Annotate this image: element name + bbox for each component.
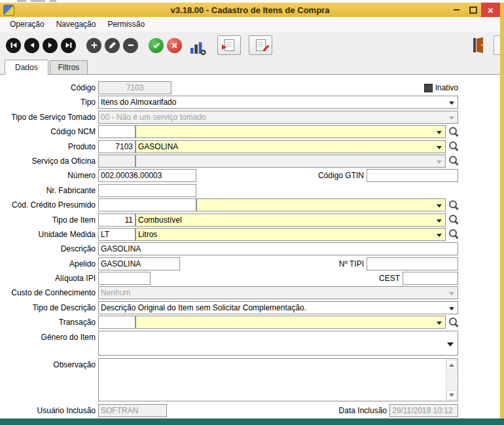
unidade-medida-combobox[interactable]: Litros: [135, 228, 446, 241]
codigo-ncm-combobox[interactable]: [135, 125, 446, 138]
observacao-label: Observação: [0, 358, 98, 369]
first-record-icon: [9, 41, 18, 50]
tipo-de-item-search-icon[interactable]: [448, 214, 459, 225]
last-record-button[interactable]: [61, 38, 76, 53]
tipo-descricao-combobox[interactable]: Descrição Original do Item sem Solicitar…: [98, 301, 458, 314]
codigo-gtin-label: Código GTIN: [318, 171, 367, 180]
row-aliquota-ipi: Alíquota IPI CEST: [0, 272, 458, 285]
menu-navegacao[interactable]: Navegação: [50, 18, 102, 30]
produto-combobox[interactable]: GASOLINA: [135, 140, 446, 153]
numero-input[interactable]: [98, 169, 196, 182]
cod-credito-presumido-code-input[interactable]: [98, 198, 196, 212]
observacao-textarea[interactable]: [98, 358, 458, 401]
scroll-down-icon[interactable]: [446, 390, 457, 400]
cest-input[interactable]: [403, 272, 458, 285]
row-tipo-de-item: Tipo de Item Combustível: [0, 213, 458, 227]
bar-chart-gear-icon: [190, 41, 207, 56]
tipo-de-item-code-input[interactable]: [98, 213, 135, 227]
row-nr-fabricante: Nr. Fabricante: [0, 184, 458, 197]
cest-label: CEST: [379, 274, 403, 283]
cod-credito-presumido-label: Cód. Crédito Presumido: [0, 200, 98, 210]
unidade-medida-code-input[interactable]: [98, 228, 135, 241]
tipo-combobox[interactable]: Itens do Almoxarifado: [98, 96, 458, 109]
produto-search-icon[interactable]: [448, 141, 459, 152]
menu-bar: Operação Navegação Permissão: [0, 17, 500, 31]
aliquota-ipi-input[interactable]: [98, 272, 151, 285]
cod-credito-presumido-search-icon[interactable]: [448, 200, 459, 211]
numero-label: Número: [0, 171, 98, 180]
insert-button[interactable]: [86, 38, 101, 53]
servico-oficina-search-icon[interactable]: [448, 155, 459, 166]
n-tipi-input[interactable]: [367, 257, 458, 270]
minus-icon: [126, 41, 135, 50]
servico-oficina-label: Serviço da Oficina: [0, 157, 98, 166]
row-descricao: Descrição: [0, 242, 458, 255]
close-button[interactable]: ×: [481, 3, 500, 17]
custo-conhecimento-label: Custo de Conhecimento: [0, 288, 98, 297]
genero-item-combobox[interactable]: [98, 331, 458, 356]
delete-button[interactable]: [123, 38, 138, 53]
data-inclusao-label: Data Inclusão: [339, 406, 389, 415]
nr-fabricante-label: Nr. Fabricante: [0, 186, 98, 195]
codigo-ncm-code-input[interactable]: [98, 125, 135, 138]
usuario-inclusao-label: Usuário Inclusão: [0, 406, 98, 415]
observacao-scrollbar[interactable]: [446, 360, 457, 400]
document-edit-icon: [256, 39, 266, 51]
exit-door-icon: [472, 37, 485, 54]
codigo-ncm-label: Código NCM: [0, 127, 98, 136]
title-bar: v3.18.00 - Cadastro de Itens de Compra ×: [0, 3, 500, 17]
unidade-medida-search-icon[interactable]: [448, 229, 459, 240]
inativo-checkbox[interactable]: [424, 84, 433, 92]
background-window-fragment: [17, 0, 56, 2]
codigo-gtin-input[interactable]: [367, 169, 458, 182]
produto-code-input[interactable]: [98, 140, 135, 153]
first-record-button[interactable]: [6, 38, 21, 53]
menu-permissao[interactable]: Permissão: [101, 18, 151, 30]
tipo-descricao-label: Tipo de Descrição: [0, 303, 98, 312]
edit-document-button[interactable]: [249, 35, 272, 55]
menu-operacao[interactable]: Operação: [4, 18, 50, 30]
row-codigo: Código Inativo: [0, 81, 458, 94]
transacao-combobox[interactable]: [135, 316, 446, 329]
tipo-servico-tomado-combobox: 00 - Não é um serviço tomado: [98, 111, 458, 124]
apelido-input[interactable]: [98, 257, 180, 270]
maximize-button[interactable]: [465, 3, 481, 17]
custo-conhecimento-combobox: Nenhum: [98, 286, 458, 299]
inativo-label: Inativo: [435, 83, 458, 92]
nr-fabricante-input[interactable]: [98, 184, 196, 197]
scroll-up-icon[interactable]: [446, 360, 457, 369]
aliquota-ipi-label: Alíquota IPI: [0, 274, 98, 283]
transacao-search-icon[interactable]: [448, 317, 459, 328]
import-document-button[interactable]: [217, 35, 241, 55]
row-servico-oficina: Serviço da Oficina: [0, 155, 458, 168]
clipped-toolbar-button[interactable]: [494, 35, 500, 55]
tab-dados[interactable]: Dados: [5, 60, 48, 75]
confirm-button[interactable]: [149, 38, 164, 53]
exit-button[interactable]: [472, 37, 485, 54]
descricao-input[interactable]: [98, 242, 458, 255]
previous-record-button[interactable]: [24, 38, 39, 53]
row-transacao: Transação: [0, 316, 458, 329]
cancel-button[interactable]: [167, 38, 182, 53]
descricao-label: Descrição: [0, 244, 98, 253]
servico-oficina-combobox: [135, 155, 446, 168]
row-produto: Produto GASOLINA: [0, 140, 458, 153]
row-codigo-ncm: Código NCM: [0, 125, 458, 138]
codigo-label: Código: [0, 83, 98, 92]
usuario-inclusao-input: [98, 404, 167, 417]
chart-settings-button[interactable]: [189, 35, 208, 56]
codigo-input[interactable]: [98, 81, 171, 94]
tipo-de-item-combobox[interactable]: Combustível: [135, 213, 446, 227]
tab-strip: Dados Filtros: [0, 59, 500, 74]
toolbar: [0, 31, 500, 59]
row-custo-conhecimento: Custo de Conhecimento Nenhum: [0, 286, 458, 299]
codigo-ncm-search-icon[interactable]: [448, 126, 459, 138]
tab-filtros[interactable]: Filtros: [50, 60, 88, 74]
edit-button[interactable]: [105, 38, 120, 53]
next-record-button[interactable]: [43, 38, 58, 53]
transacao-code-input[interactable]: [98, 316, 135, 329]
minimize-button[interactable]: [448, 3, 465, 17]
cod-credito-presumido-combobox[interactable]: [196, 198, 446, 212]
row-tipo-descricao: Tipo de Descrição Descrição Original do …: [0, 301, 458, 314]
row-observacao: Observação: [0, 358, 458, 403]
